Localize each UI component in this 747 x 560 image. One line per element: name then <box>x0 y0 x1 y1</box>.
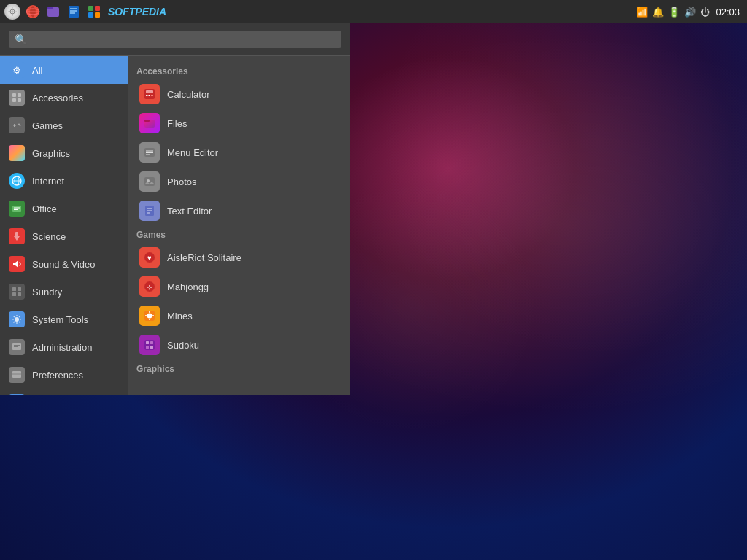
app-mahjongg[interactable]: ⊹ Mahjongg <box>136 272 341 301</box>
sound-icon <box>9 256 25 272</box>
taskbar: SOFTPEDIA 📶 🔔 🔋 🔊 ⏻ 02:03 <box>0 0 747 23</box>
sidebar-item-games[interactable]: Games <box>0 112 128 139</box>
files-label: Files <box>167 118 187 129</box>
aisleriot-label: AisleRiot Solitaire <box>167 252 241 263</box>
desktop: SOFTPEDIA 📶 🔔 🔋 🔊 ⏻ 02:03 🔍 <box>0 0 747 560</box>
menu-icon <box>4 4 20 20</box>
app-files[interactable]: Files <box>136 109 341 138</box>
taskbar-text-icon[interactable] <box>64 2 83 21</box>
app-text-editor[interactable]: Text Editor <box>136 196 341 225</box>
app-menu: 🔍 ⚙ All Accessories <box>0 23 350 395</box>
svg-rect-23 <box>13 125 16 126</box>
svg-point-24 <box>18 124 20 125</box>
menu-editor-icon <box>139 142 160 163</box>
menu-body: ⚙ All Accessories Games <box>0 56 350 395</box>
app-sudoku[interactable]: Sudoku <box>136 330 341 359</box>
sudoku-label: Sudoku <box>167 340 199 351</box>
sidebar-label-games: Games <box>32 120 63 131</box>
svg-text:⊹: ⊹ <box>147 284 152 291</box>
svg-rect-75 <box>150 341 153 344</box>
app-aisleriot[interactable]: ♥ AisleRiot Solitaire <box>136 243 341 272</box>
sidebar-item-prefs[interactable]: Preferences <box>0 361 128 389</box>
softpedia-logo: SOFTPEDIA <box>108 6 166 18</box>
sidebar-label-system: System Tools <box>32 314 88 325</box>
app-mines[interactable]: Mines <box>136 301 341 330</box>
taskbar-software-icon[interactable] <box>85 2 104 21</box>
svg-rect-49 <box>149 95 151 96</box>
system-icon <box>9 311 25 327</box>
svg-rect-41 <box>14 346 18 347</box>
svg-rect-8 <box>47 7 53 9</box>
utilities-icon <box>9 394 25 395</box>
sidebar: ⚙ All Accessories Games <box>0 56 128 395</box>
taskbar-left: SOFTPEDIA <box>0 2 166 21</box>
sys-tray-icons: 📶 🔔 🔋 🔊 ⏻ <box>636 7 710 18</box>
mines-icon <box>139 306 160 326</box>
sidebar-item-sound[interactable]: Sound & Video <box>0 250 128 278</box>
sidebar-item-all[interactable]: ⚙ All <box>0 56 128 84</box>
search-input[interactable] <box>31 34 336 45</box>
taskbar-files-icon[interactable] <box>44 2 63 21</box>
games-icon <box>9 117 25 133</box>
battery-icon: 🔋 <box>668 7 680 18</box>
sidebar-item-admin[interactable]: Administration <box>0 333 128 361</box>
sidebar-item-science[interactable]: Science <box>0 222 128 250</box>
svg-rect-47 <box>146 90 153 93</box>
taskbar-right: 📶 🔔 🔋 🔊 ⏻ 02:03 <box>636 7 747 18</box>
bell-icon: 🔔 <box>652 7 664 18</box>
svg-marker-33 <box>13 260 18 268</box>
accessories-icon <box>9 90 25 106</box>
office-icon <box>9 201 25 217</box>
svg-rect-42 <box>12 371 21 378</box>
sidebar-label-sundry: Sundry <box>32 287 62 298</box>
mahjongg-label: Mahjongg <box>167 281 209 292</box>
sidebar-item-system[interactable]: System Tools <box>0 306 128 333</box>
sidebar-label-graphics: Graphics <box>32 148 70 159</box>
svg-rect-18 <box>18 93 21 97</box>
svg-rect-36 <box>12 292 16 296</box>
svg-rect-34 <box>12 287 16 291</box>
svg-rect-32 <box>15 232 18 236</box>
svg-rect-48 <box>146 95 148 96</box>
sidebar-label-all: All <box>32 65 42 76</box>
files-icon <box>139 113 160 133</box>
sidebar-item-sundry[interactable]: Sundry <box>0 278 128 306</box>
sidebar-item-accessories[interactable]: Accessories <box>0 84 128 112</box>
admin-icon <box>9 339 25 355</box>
right-panel: Accessories Calculator Files <box>128 56 350 395</box>
sidebar-label-admin: Administration <box>32 342 92 353</box>
menu-button[interactable] <box>3 2 22 21</box>
svg-rect-52 <box>144 120 150 122</box>
sidebar-item-utilities[interactable]: Utilities <box>0 389 128 395</box>
sidebar-item-graphics[interactable]: Graphics <box>0 139 128 167</box>
app-menu-editor[interactable]: Menu Editor <box>136 138 341 167</box>
graphics-icon <box>9 145 25 161</box>
mines-label: Mines <box>167 311 193 322</box>
svg-rect-20 <box>18 98 21 102</box>
science-icon <box>9 228 25 244</box>
aisleriot-icon: ♥ <box>139 247 160 268</box>
photos-label: Photos <box>167 176 196 187</box>
svg-rect-13 <box>88 6 93 11</box>
power-icon: ⏻ <box>700 7 710 18</box>
text-editor-icon <box>139 201 160 221</box>
taskbar-browser-icon[interactable] <box>23 2 42 21</box>
sidebar-item-internet[interactable]: Internet <box>0 167 128 195</box>
search-bar: 🔍 <box>0 23 350 56</box>
sidebar-label-prefs: Preferences <box>32 370 83 381</box>
sidebar-label-accessories: Accessories <box>32 93 83 104</box>
svg-rect-77 <box>150 346 153 349</box>
volume-icon: 🔊 <box>684 7 696 18</box>
text-editor-label: Text Editor <box>167 206 212 217</box>
sidebar-item-office[interactable]: Office <box>0 195 128 222</box>
search-wrapper[interactable]: 🔍 <box>9 31 341 48</box>
app-photos[interactable]: Photos <box>136 167 341 196</box>
sundry-icon <box>9 284 25 300</box>
search-icon: 🔍 <box>15 34 27 45</box>
app-calculator[interactable]: Calculator <box>136 79 341 109</box>
mahjongg-icon: ⊹ <box>139 276 160 297</box>
svg-point-38 <box>15 317 19 322</box>
photos-icon <box>139 171 160 192</box>
calculator-label: Calculator <box>167 89 210 100</box>
svg-rect-17 <box>12 93 16 97</box>
